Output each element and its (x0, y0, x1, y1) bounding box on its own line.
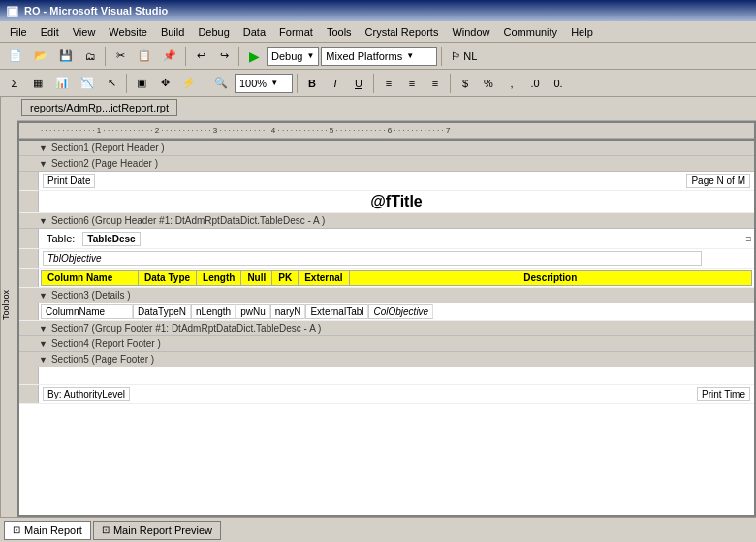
col-name-header[interactable]: Column Name (42, 271, 139, 285)
menu-window[interactable]: Window (446, 24, 495, 40)
pk-field[interactable]: naryN (270, 304, 306, 319)
lang-btn[interactable]: 🏳NL (446, 46, 482, 67)
toolbox-panel[interactable]: Toolbox (0, 97, 17, 517)
details-fields: ColumnName DataTypeN nLength pwNu naryN … (41, 304, 433, 319)
comma-btn[interactable]: , (501, 73, 522, 94)
section1-triangle[interactable]: ▼ (39, 143, 47, 153)
menu-format[interactable]: Format (273, 24, 319, 40)
section6-triangle[interactable]: ▼ (39, 216, 47, 226)
col-objective-field[interactable]: ColObjective (368, 304, 433, 319)
save-all-btn[interactable]: 🗂 (79, 46, 101, 67)
undo-btn[interactable]: ↩ (190, 46, 211, 67)
ph-main2: @fTitle (39, 191, 754, 212)
pk-header[interactable]: PK (272, 271, 299, 285)
data-type-header[interactable]: Data Type (139, 271, 197, 285)
null-field[interactable]: pwNu (236, 304, 270, 319)
sep6 (205, 74, 205, 93)
section2-triangle[interactable]: ▼ (39, 159, 47, 169)
bar-chart-btn[interactable]: 📉 (76, 73, 99, 94)
main-report-preview-tab[interactable]: ⊡ Main Report Preview (93, 521, 221, 540)
zoom-dropdown[interactable]: 100% ▼ (235, 74, 293, 93)
table-desc-field[interactable]: TableDesc (82, 232, 140, 246)
cut-btn[interactable]: ✂ (110, 46, 131, 67)
ch-side (19, 269, 39, 287)
run-btn[interactable]: ▶ (243, 46, 265, 67)
menu-edit[interactable]: Edit (35, 24, 65, 40)
sep8 (373, 74, 374, 93)
redo-btn[interactable]: ↪ (213, 46, 235, 67)
save-btn[interactable]: 💾 (54, 46, 78, 67)
bold-btn[interactable]: B (301, 73, 323, 94)
select-btn[interactable]: ▣ (131, 73, 152, 94)
percent-btn[interactable]: % (478, 73, 499, 94)
pf-side2 (19, 385, 39, 403)
section3-triangle[interactable]: ▼ (39, 291, 47, 301)
length-header[interactable]: Length (197, 271, 241, 285)
menu-crystal-reports[interactable]: Crystal Reports (360, 24, 445, 40)
menu-data[interactable]: Data (237, 24, 271, 40)
menu-website[interactable]: Website (103, 24, 153, 40)
pf-side1 (19, 367, 39, 384)
ch-main: Column Name Data Type Length Null PK Ext… (39, 269, 754, 287)
sum-btn[interactable]: Σ (4, 73, 25, 94)
col-name-field[interactable]: ColumnName (41, 304, 133, 319)
open-btn[interactable]: 📂 (29, 46, 52, 67)
menu-file[interactable]: File (4, 24, 33, 40)
italic-btn[interactable]: I (325, 73, 346, 94)
main-report-tab[interactable]: ⊡ Main Report (4, 521, 91, 540)
new-file-btn[interactable]: 📄 (4, 46, 27, 67)
resize-handle1[interactable]: ⊐ (745, 235, 752, 243)
align-left-btn[interactable]: ≡ (378, 73, 399, 94)
data-type-field[interactable]: DataTypeN (133, 304, 191, 319)
external-field[interactable]: ExternalTabl (305, 304, 368, 319)
table-label: Table: (43, 231, 79, 246)
file-tab[interactable]: reports/AdmRp...ictReport.rpt (21, 99, 177, 116)
zoom-out-btn[interactable]: 🔍 (209, 73, 233, 94)
menu-build[interactable]: Build (155, 24, 190, 40)
print-date-field[interactable]: Print Date (43, 174, 95, 188)
group-header-row2: TblObjective (19, 249, 754, 269)
section2-header: ▼ Section2 (Page Header ) (19, 156, 754, 172)
menu-help[interactable]: Help (565, 24, 599, 40)
length-field[interactable]: nLength (191, 304, 236, 319)
main-report-label: Main Report (24, 525, 82, 536)
menu-tools[interactable]: Tools (321, 24, 358, 40)
cursor-btn[interactable]: ↖ (101, 73, 122, 94)
move-btn[interactable]: ✥ (154, 73, 175, 94)
by-authority-field[interactable]: By: AuthorityLevel (43, 387, 130, 401)
paste-btn[interactable]: 📌 (158, 46, 181, 67)
page-n-of-field[interactable]: Page N of M (686, 174, 750, 188)
decimal-inc-btn[interactable]: .0 (524, 73, 546, 94)
chart-btn[interactable]: 📊 (50, 73, 74, 94)
menu-view[interactable]: View (67, 24, 102, 40)
section5-triangle[interactable]: ▼ (39, 355, 47, 365)
decimal-dec-btn[interactable]: 0. (548, 73, 569, 94)
ph-side2 (19, 191, 39, 212)
underline-btn[interactable]: U (348, 73, 369, 94)
pf-main1 (39, 367, 754, 384)
magic-btn[interactable]: ⚡ (177, 73, 201, 94)
ph-main1: Print Date Page N of M (39, 172, 754, 190)
title-bar: ▣ RO - Microsoft Visual Studio (0, 0, 756, 21)
align-right-btn[interactable]: ≡ (425, 73, 446, 94)
grid-btn[interactable]: ▦ (27, 73, 48, 94)
section6-header: ▼ Section6 (Group Header #1: DtAdmRptDat… (19, 213, 754, 229)
menu-debug[interactable]: Debug (192, 24, 235, 40)
platform-dropdown[interactable]: Mixed Platforms ▼ (321, 47, 437, 66)
section4-triangle[interactable]: ▼ (39, 339, 47, 349)
dollar-btn[interactable]: $ (455, 73, 476, 94)
align-center-btn[interactable]: ≡ (401, 73, 423, 94)
section3-header: ▼ Section3 (Details ) (19, 288, 754, 303)
copy-btn[interactable]: 📋 (133, 46, 156, 67)
description-header[interactable]: Description (350, 271, 751, 285)
section2-label: Section2 (Page Header ) (51, 158, 158, 169)
menu-community[interactable]: Community (498, 24, 564, 40)
report-title-field[interactable]: @fTitle (43, 193, 750, 210)
external-header[interactable]: External (299, 271, 349, 285)
print-time-field[interactable]: Print Time (697, 387, 750, 401)
tbl-objective-field[interactable]: TblObjective (43, 251, 702, 266)
debug-config-dropdown[interactable]: Debug ▼ (267, 47, 319, 66)
null-header[interactable]: Null (241, 271, 272, 285)
main-report-icon: ⊡ (13, 525, 20, 535)
section7-triangle[interactable]: ▼ (39, 324, 47, 334)
